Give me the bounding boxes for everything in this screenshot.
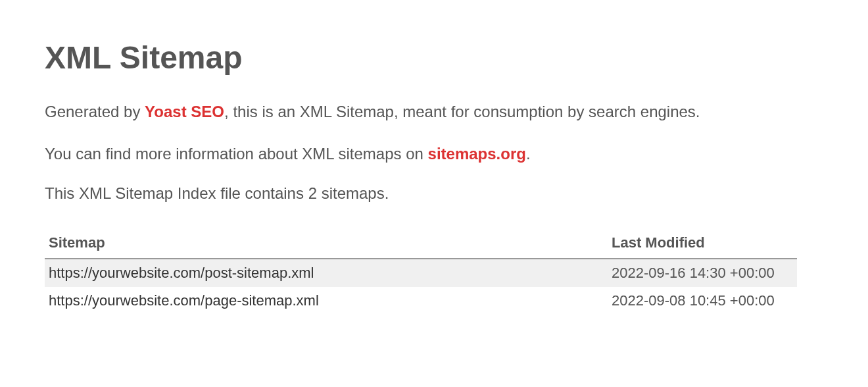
sitemap-count: This XML Sitemap Index file contains 2 s… <box>45 184 823 203</box>
table-row: https://yourwebsite.com/page-sitemap.xml… <box>45 287 797 315</box>
intro-text: Generated by <box>45 103 145 120</box>
sitemap-link[interactable]: https://yourwebsite.com/page-sitemap.xml <box>49 292 319 309</box>
col-header-sitemap: Sitemap <box>45 229 608 259</box>
intro-text: You can find more information about XML … <box>45 145 428 163</box>
intro-text: , this is an XML Sitemap, meant for cons… <box>224 103 700 120</box>
sitemaps-org-link[interactable]: sitemaps.org <box>428 145 526 163</box>
intro-text: . <box>526 145 531 163</box>
modified-date: 2022-09-08 10:45 +00:00 <box>608 287 797 315</box>
table-row: https://yourwebsite.com/post-sitemap.xml… <box>45 259 797 287</box>
sitemap-link[interactable]: https://yourwebsite.com/post-sitemap.xml <box>49 265 314 281</box>
sitemap-table: Sitemap Last Modified https://yourwebsit… <box>45 229 797 315</box>
col-header-modified: Last Modified <box>608 229 797 259</box>
intro-line-2: You can find more information about XML … <box>45 143 823 165</box>
yoast-seo-link[interactable]: Yoast SEO <box>145 103 224 120</box>
intro-line-1: Generated by Yoast SEO, this is an XML S… <box>45 101 823 123</box>
page-title: XML Sitemap <box>45 39 823 76</box>
modified-date: 2022-09-16 14:30 +00:00 <box>608 259 797 287</box>
intro-block: Generated by Yoast SEO, this is an XML S… <box>45 101 823 165</box>
